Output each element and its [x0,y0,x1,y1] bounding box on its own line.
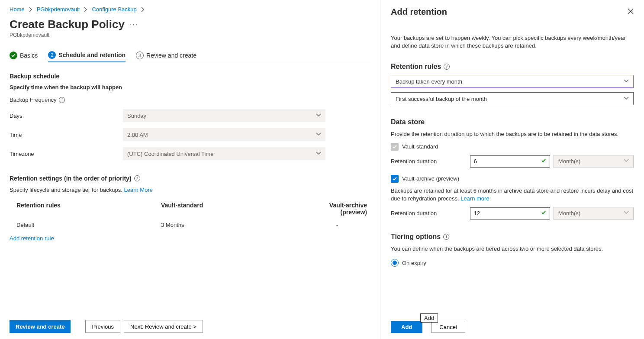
chevron-down-icon [316,113,321,119]
retention-rule-criteria-dropdown[interactable]: First successful backup of the month [391,92,634,105]
retention-rule-type-dropdown[interactable]: Backup taken every month [391,75,634,88]
step-label: Schedule and retention [58,52,126,58]
learn-more-link[interactable]: Learn More [124,187,152,193]
page-subtitle: PGbkpdemovault [10,32,370,38]
vault-standard-label: Vault-standard [402,143,438,150]
retention-cell: 3 Months [161,222,304,228]
input-value: 12 [474,210,480,216]
backup-schedule-subheading: Specify time when the backup will happen [10,84,370,90]
timezone-dropdown[interactable]: (UTC) Coordinated Universal Time [123,147,325,160]
add-retention-panel: Add retention Your backups are set to ha… [380,0,644,339]
info-icon[interactable]: i [59,97,65,103]
step-label: Review and create [146,52,196,59]
step-review[interactable]: 3 Review and create [136,51,196,62]
chevron-right-icon [83,7,88,12]
footer-bar: Review and create Previous Next: Review … [0,315,380,339]
step-number-icon: 3 [136,52,144,59]
chevron-down-icon [624,96,629,102]
step-basics[interactable]: Basics [10,51,38,62]
duration-unit-standard-dropdown[interactable]: Month(s) [554,155,634,168]
add-retention-rule-link[interactable]: Add retention rule [10,235,54,242]
step-number-icon: 2 [48,51,56,59]
chevron-down-icon [624,78,629,85]
step-schedule[interactable]: 2 Schedule and retention [48,51,126,62]
vault-standard-checkbox[interactable] [391,143,399,151]
input-value: 6 [474,158,477,165]
retention-duration-standard-input[interactable]: 6 [470,155,550,168]
cancel-button[interactable]: Cancel [431,321,465,333]
breadcrumb-home[interactable]: Home [10,6,25,13]
check-icon [541,158,546,165]
backup-frequency-label: Backup Frequency i [10,97,123,103]
days-label: Days [10,113,123,119]
tiering-options-heading: Tiering options i [391,233,634,241]
retention-duration-archive-input[interactable]: 12 [470,207,550,220]
retention-table-row: Default 3 Months - [10,222,370,228]
previous-button[interactable]: Previous [85,320,120,333]
time-dropdown[interactable]: 2:00 AM [123,128,325,141]
close-icon[interactable] [628,7,634,16]
dropdown-value: Backup taken every month [396,78,462,85]
step-label: Basics [20,52,38,59]
check-icon [541,210,546,216]
timezone-value: (UTC) Coordinated Universal Time [127,151,213,157]
duration-unit-archive-dropdown[interactable]: Month(s) [554,207,634,220]
add-button[interactable]: Add [391,321,422,333]
retention-col-archive: Vault-archive (preview) [304,202,370,216]
breadcrumb-vault[interactable]: PGbkpdemovault [37,6,80,13]
breadcrumb: Home PGbkpdemovault Configure Backup [10,6,370,13]
retention-col-rules: Retention rules [10,202,161,216]
chevron-down-icon [316,132,321,138]
vault-archive-checkbox[interactable] [391,175,399,183]
days-dropdown[interactable]: Sunday [123,109,325,122]
chevron-right-icon [140,7,145,12]
dropdown-value: Month(s) [558,158,580,165]
chevron-down-icon [624,158,629,165]
chevron-right-icon [28,7,33,12]
on-expiry-label: On expiry [402,260,426,266]
review-and-create-button[interactable]: Review and create [10,320,71,333]
vault-archive-label: Vault-archive (preview) [402,175,459,182]
radio-icon [391,259,399,267]
panel-footer: Add Add Cancel [391,317,634,339]
info-icon[interactable]: i [134,175,140,181]
info-icon[interactable]: i [443,234,449,240]
tiering-options-desc: You can define when the backups are tier… [391,245,634,253]
days-value: Sunday [127,113,146,119]
timezone-label: Timezone [10,151,123,157]
backup-schedule-heading: Backup schedule [10,73,370,80]
breadcrumb-configure[interactable]: Configure Backup [92,6,136,13]
time-label: Time [10,132,123,138]
on-expiry-radio[interactable]: On expiry [391,259,634,267]
retention-rules-heading: Retention rules i [391,63,634,71]
vault-archive-desc: Backups are retained for at least 6 mont… [391,187,634,203]
retention-duration-label: Retention duration [391,210,467,216]
retention-cell: - [304,222,370,228]
learn-more-link[interactable]: Learn more [460,195,489,202]
page-title: Create Backup Policy [10,18,125,31]
retention-settings-heading: Retention settings (in the order of prio… [10,175,370,182]
retention-col-standard: Vault-standard [161,202,304,216]
wizard-steps: Basics 2 Schedule and retention 3 Review… [10,51,370,62]
dropdown-value: First successful backup of the month [396,96,487,102]
dropdown-value: Month(s) [558,210,580,216]
more-actions-icon[interactable]: ··· [130,21,138,29]
time-value: 2:00 AM [127,132,148,138]
chevron-down-icon [316,151,321,157]
chevron-down-icon [624,210,629,216]
add-tooltip: Add [420,313,438,323]
panel-title: Add retention [391,7,447,17]
retention-cell: Default [10,222,161,228]
data-store-heading: Data store [391,118,634,126]
check-icon [10,52,17,59]
info-icon[interactable]: i [444,64,450,70]
retention-table-header: Retention rules Vault-standard Vault-arc… [10,202,370,216]
retention-settings-desc: Specify lifecycle and storage tier for b… [10,186,370,194]
data-store-desc: Provide the retention duration up to whi… [391,130,634,138]
panel-description: Your backups are set to happen weekly. Y… [391,34,634,50]
next-button[interactable]: Next: Review and create > [124,320,203,333]
retention-duration-label: Retention duration [391,158,467,165]
